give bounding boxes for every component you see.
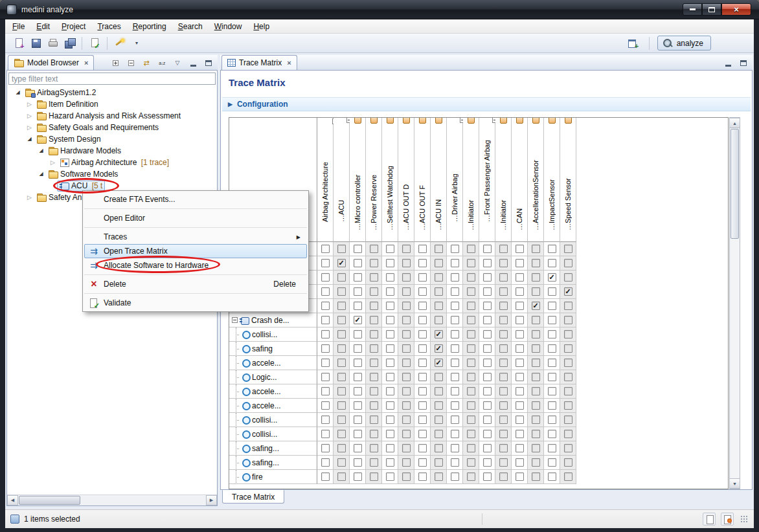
matrix-cell[interactable] (495, 327, 512, 342)
trace-checkbox[interactable] (402, 287, 411, 296)
trace-checkbox[interactable] (467, 444, 475, 452)
trace-checkbox[interactable] (515, 302, 524, 310)
trace-checkbox[interactable] (548, 416, 556, 424)
matrix-cell[interactable] (479, 441, 495, 456)
matrix-cell[interactable] (512, 413, 528, 427)
trace-checkbox[interactable] (337, 316, 346, 324)
scroll-up-icon[interactable]: ▲ (729, 118, 740, 128)
trace-checkbox[interactable] (451, 472, 459, 481)
trace-checkbox[interactable] (321, 302, 330, 310)
matrix-cell[interactable] (463, 271, 479, 285)
matrix-cell[interactable] (382, 299, 398, 313)
matrix-cell[interactable] (398, 399, 414, 413)
matrix-cell[interactable] (398, 242, 414, 256)
trace-checkbox[interactable] (564, 416, 572, 424)
trace-checkbox[interactable] (564, 344, 572, 353)
matrix-cell[interactable] (382, 399, 398, 413)
trace-checkbox[interactable] (451, 245, 459, 253)
trace-checkbox[interactable] (418, 373, 427, 381)
trace-checkbox[interactable] (435, 302, 443, 310)
matrix-cell[interactable] (350, 399, 366, 413)
matrix-cell[interactable] (544, 470, 560, 484)
matrix-cell[interactable] (560, 427, 576, 441)
matrix-cell[interactable] (398, 470, 414, 484)
trace-checkbox[interactable] (435, 444, 443, 452)
matrix-cell[interactable] (463, 256, 479, 271)
column-header-selftest-watchdog[interactable]: …Selftest Watchdog (382, 118, 398, 242)
trace-checkbox[interactable] (499, 245, 508, 253)
save-all-button[interactable] (62, 36, 77, 51)
collapse-toggle-icon[interactable] (232, 317, 238, 323)
trace-checkbox[interactable] (451, 458, 459, 467)
matrix-cell[interactable] (560, 470, 576, 484)
menu-help[interactable]: Help (247, 19, 275, 33)
close-view-icon[interactable]: × (84, 59, 88, 67)
row-label-logic[interactable]: Logic... (229, 370, 317, 384)
tree-item-system-design[interactable]: ◢System Design (7, 133, 217, 145)
matrix-cell[interactable] (463, 384, 479, 399)
expand-arrow-icon[interactable]: ▷ (25, 125, 34, 131)
trace-checkbox[interactable] (467, 287, 475, 296)
trace-checkbox[interactable] (548, 387, 556, 395)
matrix-cell[interactable] (317, 356, 334, 370)
matrix-cell[interactable] (495, 285, 512, 299)
trace-checkbox[interactable] (532, 472, 540, 481)
tree-item-hazard-analysis-and-risk-assessment[interactable]: ▷Hazard Analysis and Risk Assessment (7, 110, 217, 122)
matrix-cell[interactable] (398, 441, 414, 456)
matrix-cell[interactable] (350, 256, 366, 271)
matrix-cell[interactable] (382, 313, 398, 327)
matrix-cell[interactable] (431, 470, 447, 484)
matrix-cell[interactable] (512, 342, 528, 356)
trace-checkbox[interactable] (499, 302, 508, 310)
trace-checkbox[interactable] (515, 259, 524, 267)
trace-checkbox[interactable] (499, 316, 508, 324)
matrix-cell[interactable] (334, 356, 350, 370)
matrix-cell[interactable] (382, 370, 398, 384)
matrix-cell[interactable] (398, 370, 414, 384)
minimize-button[interactable] (683, 3, 702, 16)
matrix-cell[interactable] (317, 271, 334, 285)
trace-checkbox[interactable] (321, 430, 330, 438)
matrix-cell[interactable] (317, 470, 334, 484)
tree-item-airbag-architecture[interactable]: ▷Airbag Architecture [1 trace] (7, 157, 217, 168)
context-menu-item-create-fta-events[interactable]: Create FTA Events... (84, 192, 307, 206)
matrix-cell[interactable] (414, 356, 431, 370)
matrix-cell[interactable] (414, 370, 431, 384)
matrix-cell[interactable] (479, 285, 495, 299)
matrix-cell[interactable] (447, 313, 463, 327)
trace-checkbox[interactable] (435, 387, 443, 395)
matrix-cell[interactable] (382, 384, 398, 399)
trace-checkbox[interactable] (483, 359, 492, 367)
trace-checkbox[interactable] (337, 458, 346, 467)
matrix-cell[interactable] (398, 256, 414, 271)
trace-checkbox-checked[interactable]: ✓ (435, 359, 443, 367)
trace-checkbox[interactable] (321, 316, 330, 324)
scrollbar-thumb[interactable] (19, 496, 80, 505)
trace-checkbox[interactable] (499, 472, 508, 481)
trace-checkbox[interactable] (337, 273, 346, 282)
trace-checkbox[interactable] (402, 444, 411, 452)
trace-checkbox[interactable] (499, 273, 508, 282)
matrix-cell[interactable] (431, 299, 447, 313)
trace-checkbox[interactable] (515, 458, 524, 467)
matrix-cell[interactable] (431, 285, 447, 299)
trace-checkbox[interactable] (321, 359, 330, 367)
trace-checkbox[interactable] (564, 458, 572, 467)
trace-checkbox[interactable] (467, 458, 475, 467)
trace-checkbox[interactable] (321, 344, 330, 353)
matrix-cell[interactable] (528, 470, 544, 484)
matrix-cell[interactable] (512, 327, 528, 342)
page-button[interactable] (703, 513, 716, 526)
matrix-cell[interactable] (544, 342, 560, 356)
matrix-cell[interactable] (495, 342, 512, 356)
matrix-cell[interactable] (495, 470, 512, 484)
matrix-cell[interactable] (382, 456, 398, 470)
matrix-cell[interactable] (447, 356, 463, 370)
row-label-collisi[interactable]: collisi... (229, 427, 317, 441)
trace-checkbox[interactable] (354, 416, 362, 424)
trace-checkbox[interactable] (354, 472, 362, 481)
trace-checkbox[interactable] (515, 287, 524, 296)
new-button[interactable] (11, 36, 27, 51)
matrix-cell[interactable] (334, 399, 350, 413)
trace-checkbox[interactable] (354, 245, 362, 253)
